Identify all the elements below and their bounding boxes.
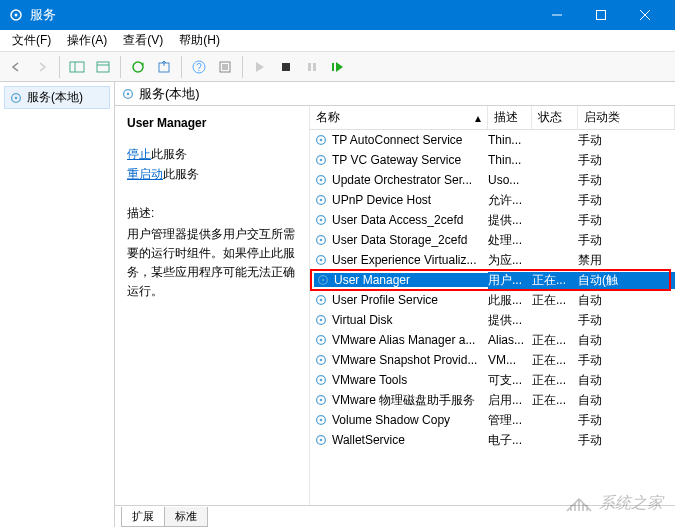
svg-point-53 bbox=[320, 399, 323, 402]
service-row[interactable]: WalletService电子...手动 bbox=[310, 430, 675, 450]
svg-point-29 bbox=[320, 159, 323, 162]
column-name[interactable]: 名称▴ bbox=[310, 106, 488, 129]
column-startup[interactable]: 启动类 bbox=[578, 106, 675, 129]
export-list-button[interactable] bbox=[91, 55, 115, 79]
list-header: 名称▴ 描述 状态 启动类 bbox=[310, 106, 675, 130]
service-row[interactable]: TP VC Gateway ServiceThin...手动 bbox=[310, 150, 675, 170]
service-row[interactable]: User Manager用户...正在...自动(触 bbox=[310, 270, 675, 290]
service-desc: Thin... bbox=[488, 133, 532, 147]
tab-extended[interactable]: 扩展 bbox=[121, 507, 165, 527]
service-startup: 手动 bbox=[578, 232, 675, 249]
svg-rect-8 bbox=[97, 62, 109, 72]
service-list[interactable]: TP AutoConnect ServiceThin...手动TP VC Gat… bbox=[310, 130, 675, 505]
svg-point-47 bbox=[320, 339, 323, 342]
pause-service-button[interactable] bbox=[300, 55, 324, 79]
service-row[interactable]: User Experience Virtualiz...为应...禁用 bbox=[310, 250, 675, 270]
service-name: User Profile Service bbox=[332, 293, 438, 307]
service-row[interactable]: TP AutoConnect ServiceThin...手动 bbox=[310, 130, 675, 150]
gear-icon bbox=[8, 7, 24, 23]
service-name: TP VC Gateway Service bbox=[332, 153, 461, 167]
description-text: 用户管理器提供多用户交互所需要的运行时组件。如果停止此服务，某些应用程序可能无法… bbox=[127, 225, 297, 302]
export-button[interactable] bbox=[152, 55, 176, 79]
tab-standard[interactable]: 标准 bbox=[164, 507, 208, 527]
column-description[interactable]: 描述 bbox=[488, 106, 532, 129]
svg-point-51 bbox=[320, 379, 323, 382]
gear-icon bbox=[9, 91, 23, 105]
column-status[interactable]: 状态 bbox=[532, 106, 578, 129]
service-status: 正在... bbox=[532, 372, 578, 389]
gear-icon bbox=[121, 87, 135, 101]
restart-suffix: 此服务 bbox=[163, 167, 199, 181]
menu-view[interactable]: 查看(V) bbox=[115, 30, 171, 51]
gear-icon bbox=[314, 133, 328, 147]
svg-rect-3 bbox=[597, 11, 606, 20]
restart-service-link[interactable]: 重启动 bbox=[127, 167, 163, 181]
service-name: User Experience Virtualiz... bbox=[332, 253, 477, 267]
service-row[interactable]: VMware Alias Manager a...Alias...正在...自动 bbox=[310, 330, 675, 350]
refresh-button[interactable] bbox=[126, 55, 150, 79]
toolbar: ? bbox=[0, 52, 675, 82]
gear-icon bbox=[314, 393, 328, 407]
service-row[interactable]: VMware Tools可支...正在...自动 bbox=[310, 370, 675, 390]
gear-icon bbox=[314, 413, 328, 427]
svg-point-31 bbox=[320, 179, 323, 182]
service-row[interactable]: User Data Storage_2cefd处理...手动 bbox=[310, 230, 675, 250]
service-row[interactable]: Update Orchestrator Ser...Uso...手动 bbox=[310, 170, 675, 190]
minimize-button[interactable] bbox=[535, 5, 579, 25]
service-row[interactable]: Volume Shadow Copy管理...手动 bbox=[310, 410, 675, 430]
service-status: 正在... bbox=[532, 392, 578, 409]
gear-icon bbox=[316, 273, 330, 287]
stop-suffix: 此服务 bbox=[151, 147, 187, 161]
menubar: 文件(F) 操作(A) 查看(V) 帮助(H) bbox=[0, 30, 675, 52]
service-name: Volume Shadow Copy bbox=[332, 413, 450, 427]
svg-point-35 bbox=[320, 219, 323, 222]
forward-button[interactable] bbox=[30, 55, 54, 79]
menu-help[interactable]: 帮助(H) bbox=[171, 30, 228, 51]
stop-service-button[interactable] bbox=[274, 55, 298, 79]
service-status: 正在... bbox=[532, 352, 578, 369]
restart-service-button[interactable] bbox=[326, 55, 350, 79]
service-name: VMware 物理磁盘助手服务 bbox=[332, 392, 475, 409]
service-name: User Data Storage_2cefd bbox=[332, 233, 467, 247]
gear-icon bbox=[314, 233, 328, 247]
start-service-button[interactable] bbox=[248, 55, 272, 79]
service-startup: 手动 bbox=[578, 212, 675, 229]
properties-button[interactable] bbox=[213, 55, 237, 79]
service-name: User Data Access_2cefd bbox=[332, 213, 463, 227]
menu-file[interactable]: 文件(F) bbox=[4, 30, 59, 51]
service-row[interactable]: Virtual Disk提供...手动 bbox=[310, 310, 675, 330]
service-name: UPnP Device Host bbox=[332, 193, 431, 207]
gear-icon bbox=[314, 173, 328, 187]
service-startup: 手动 bbox=[578, 412, 675, 429]
view-tabs: 扩展 标准 bbox=[115, 505, 675, 527]
stop-service-link[interactable]: 停止 bbox=[127, 147, 151, 161]
service-name: User Manager bbox=[334, 273, 410, 287]
selected-service-name: User Manager bbox=[127, 116, 297, 130]
service-desc: 此服... bbox=[488, 292, 532, 309]
gear-icon bbox=[314, 253, 328, 267]
service-desc: 提供... bbox=[488, 212, 532, 229]
service-row[interactable]: User Profile Service此服...正在...自动 bbox=[310, 290, 675, 310]
show-hide-pane-button[interactable] bbox=[65, 55, 89, 79]
svg-point-49 bbox=[320, 359, 323, 362]
service-row[interactable]: VMware 物理磁盘助手服务启用...正在...自动 bbox=[310, 390, 675, 410]
back-button[interactable] bbox=[4, 55, 28, 79]
tree-node-label: 服务(本地) bbox=[27, 89, 83, 106]
tree-node-services-local[interactable]: 服务(本地) bbox=[4, 86, 110, 109]
service-row[interactable]: UPnP Device Host允许...手动 bbox=[310, 190, 675, 210]
help-button[interactable]: ? bbox=[187, 55, 211, 79]
svg-point-1 bbox=[15, 14, 18, 17]
service-row[interactable]: VMware Snapshot Provid...VM...正在...手动 bbox=[310, 350, 675, 370]
description-label: 描述: bbox=[127, 205, 297, 222]
service-row[interactable]: User Data Access_2cefd提供...手动 bbox=[310, 210, 675, 230]
maximize-button[interactable] bbox=[579, 5, 623, 25]
titlebar: 服务 bbox=[0, 0, 675, 30]
service-desc: Thin... bbox=[488, 153, 532, 167]
gear-icon bbox=[314, 293, 328, 307]
svg-point-39 bbox=[320, 259, 323, 262]
separator bbox=[181, 56, 182, 78]
svg-rect-6 bbox=[70, 62, 84, 72]
menu-action[interactable]: 操作(A) bbox=[59, 30, 115, 51]
close-button[interactable] bbox=[623, 5, 667, 25]
service-startup: 手动 bbox=[578, 152, 675, 169]
